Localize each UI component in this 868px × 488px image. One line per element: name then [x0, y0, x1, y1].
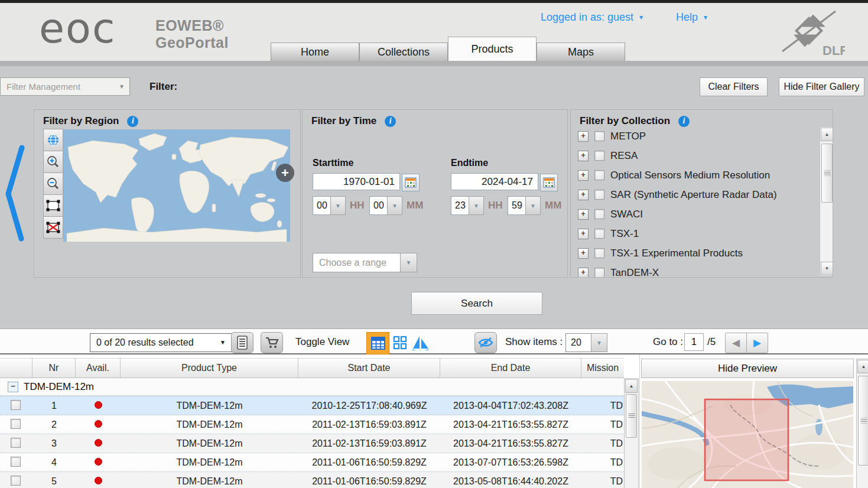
- region-world-map[interactable]: +: [63, 129, 290, 242]
- endtime-calendar-button[interactable]: [540, 174, 558, 191]
- tab-home[interactable]: Home: [271, 43, 359, 61]
- hide-preview-button[interactable]: Hide Preview: [641, 359, 854, 378]
- table-view-icon: [371, 337, 385, 350]
- scroll-thumb[interactable]: [626, 394, 637, 438]
- expand-icon[interactable]: +: [578, 151, 589, 161]
- row-product-type: TDM-DEM-12m: [121, 457, 298, 468]
- details-button[interactable]: [231, 332, 253, 353]
- collection-checkbox[interactable]: [594, 190, 604, 200]
- filter-management-select[interactable]: Filter Management ▼: [0, 77, 130, 96]
- collapse-icon[interactable]: −: [8, 382, 18, 392]
- row-checkbox[interactable]: [11, 438, 21, 448]
- tab-products[interactable]: Products: [448, 37, 537, 61]
- choose-range-chevron[interactable]: ▼: [400, 253, 417, 272]
- column-header-product-type[interactable]: Product Type: [121, 358, 298, 378]
- table-row[interactable]: 5 TDM-DEM-12m 2011-01-06T16:50:59.829Z 2…: [0, 471, 624, 488]
- expand-icon[interactable]: +: [578, 229, 589, 239]
- help-menu[interactable]: Help ▼: [676, 11, 708, 24]
- collection-scrollbar[interactable]: ▲ ▼: [820, 126, 833, 276]
- expand-icon[interactable]: +: [578, 209, 589, 220]
- choose-range-select[interactable]: Choose a range: [313, 253, 407, 272]
- footprint-rectangle[interactable]: [705, 399, 788, 480]
- column-header-avail[interactable]: Avail.: [76, 358, 121, 378]
- collection-checkbox[interactable]: [594, 229, 604, 239]
- start-hh-chevron[interactable]: ▼: [330, 196, 346, 215]
- scroll-thumb[interactable]: [858, 376, 868, 466]
- table-view-button[interactable]: [366, 332, 389, 354]
- end-hh-chevron[interactable]: ▼: [469, 196, 484, 215]
- table-row[interactable]: 2 TDM-DEM-12m 2011-02-13T16:59:03.891Z 2…: [0, 415, 624, 434]
- start-mm-select[interactable]: 00: [369, 196, 388, 215]
- tab-collections[interactable]: Collections: [359, 43, 448, 61]
- search-button[interactable]: Search: [411, 292, 542, 315]
- info-icon[interactable]: i: [127, 116, 138, 127]
- tab-maps[interactable]: Maps: [537, 43, 625, 61]
- collection-label: TSX-1: [610, 228, 639, 240]
- column-header-mission[interactable]: Mission: [581, 358, 624, 378]
- column-header-start-date[interactable]: Start Date: [298, 358, 440, 378]
- endtime-date-input[interactable]: [451, 173, 538, 190]
- next-page-button[interactable]: ▶: [746, 333, 768, 353]
- start-hh-select[interactable]: 00: [313, 196, 331, 215]
- draw-rectangle-button[interactable]: [43, 194, 63, 217]
- table-row[interactable]: 1 TDM-DEM-12m 2010-12-25T17:08:40.969Z 2…: [0, 396, 624, 415]
- logged-in-menu[interactable]: Logged in as: guest ▼: [541, 11, 644, 24]
- expand-icon[interactable]: +: [578, 268, 589, 278]
- end-mm-chevron[interactable]: ▼: [525, 196, 541, 215]
- zoom-out-button[interactable]: [43, 173, 63, 195]
- zoom-in-button[interactable]: [43, 151, 63, 173]
- add-to-cart-button[interactable]: [261, 332, 283, 353]
- row-checkbox[interactable]: [11, 400, 21, 410]
- gallery-scroll-left-icon[interactable]: [1, 143, 30, 243]
- caret-down-icon: ▼: [703, 15, 708, 21]
- map-toolbar: [43, 129, 63, 239]
- row-checkbox[interactable]: [11, 419, 21, 429]
- map-view-button[interactable]: [409, 332, 431, 353]
- starttime-date-input[interactable]: [313, 173, 400, 190]
- scroll-up-button[interactable]: ▲: [821, 128, 833, 141]
- column-header-end-date[interactable]: End Date: [440, 358, 581, 378]
- column-header-nr[interactable]: Nr: [32, 358, 76, 378]
- grid-view-button[interactable]: [389, 332, 411, 353]
- hide-footprints-button[interactable]: [474, 332, 497, 353]
- collection-checkbox[interactable]: [594, 170, 604, 180]
- expand-icon[interactable]: +: [578, 248, 589, 259]
- expand-icon[interactable]: +: [578, 170, 589, 181]
- scroll-up-button[interactable]: ▲: [625, 379, 638, 393]
- info-icon[interactable]: i: [385, 116, 396, 127]
- results-selected-dropdown[interactable]: 0 of 20 results selected ▼: [90, 333, 232, 352]
- scroll-up-button[interactable]: ▲: [857, 360, 868, 373]
- availability-dot-icon: [76, 438, 121, 449]
- row-nr: 4: [32, 457, 76, 468]
- collection-checkbox[interactable]: [594, 151, 604, 161]
- show-items-chevron[interactable]: ▼: [591, 333, 607, 352]
- expand-icon[interactable]: +: [578, 131, 589, 142]
- table-scrollbar[interactable]: ▲: [624, 378, 639, 488]
- starttime-calendar-button[interactable]: [402, 174, 420, 191]
- collection-checkbox[interactable]: [594, 131, 604, 141]
- expand-icon[interactable]: +: [578, 190, 589, 200]
- row-checkbox[interactable]: [11, 457, 21, 467]
- info-icon[interactable]: i: [678, 116, 690, 127]
- globe-button[interactable]: [43, 129, 63, 151]
- end-mm-select[interactable]: 59: [508, 196, 526, 215]
- table-row[interactable]: 3 TDM-DEM-12m 2011-02-13T16:59:03.891Z 2…: [0, 434, 624, 453]
- end-hh-select[interactable]: 23: [451, 196, 470, 215]
- collection-checkbox[interactable]: [594, 209, 604, 219]
- preview-map[interactable]: [642, 381, 853, 488]
- previous-page-button[interactable]: ◀: [725, 333, 747, 353]
- clear-filters-button[interactable]: Clear Filters: [700, 77, 768, 96]
- collection-checkbox[interactable]: [594, 248, 604, 258]
- map-zoom-plus-button[interactable]: +: [276, 164, 294, 182]
- collection-checkbox[interactable]: [594, 268, 604, 278]
- column-header-select[interactable]: [0, 358, 32, 378]
- row-checkbox[interactable]: [11, 476, 21, 486]
- goto-page-input[interactable]: [684, 333, 704, 351]
- start-mm-chevron[interactable]: ▼: [387, 196, 402, 215]
- scroll-down-button[interactable]: ▼: [821, 262, 833, 275]
- preview-scrollbar[interactable]: ▲: [856, 359, 868, 488]
- scroll-thumb[interactable]: [821, 144, 833, 203]
- hide-filter-gallery-button[interactable]: Hide Filter Gallery: [779, 77, 864, 96]
- delete-rectangle-button[interactable]: [43, 216, 63, 239]
- table-row[interactable]: 4 TDM-DEM-12m 2011-01-06T16:50:59.829Z 2…: [0, 453, 624, 472]
